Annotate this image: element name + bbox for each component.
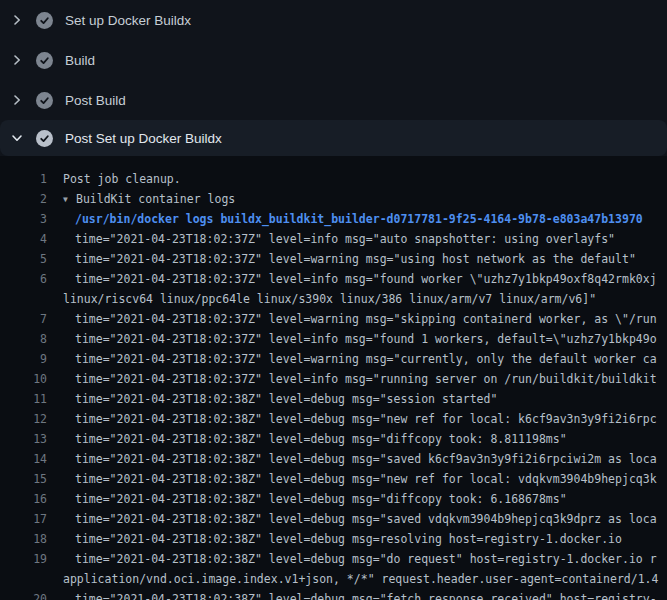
line-number[interactable]: 11 [0,389,47,409]
log-line[interactable]: 6 time="2021-04-23T18:02:37Z" level=info… [0,269,667,289]
log-line[interactable]: 16 time="2021-04-23T18:02:38Z" level=deb… [0,489,667,509]
step-label: Post Build [65,93,126,108]
log-text: time="2021-04-23T18:02:38Z" level=debug … [75,592,657,600]
log-line[interactable]: 7 time="2021-04-23T18:02:37Z" level=warn… [0,309,667,329]
line-number[interactable]: 8 [0,329,47,349]
line-number[interactable]: 18 [0,529,47,549]
log-panel[interactable]: 1 Post job cleanup. 2 ▼BuildKit containe… [0,156,667,600]
log-line[interactable]: 9 time="2021-04-23T18:02:37Z" level=warn… [0,349,667,369]
line-number[interactable]: 15 [0,469,47,489]
log-text: time="2021-04-23T18:02:37Z" level=info m… [75,272,657,286]
log-line[interactable]: 17 time="2021-04-23T18:02:38Z" level=deb… [0,509,667,529]
log-line[interactable]: 5 time="2021-04-23T18:02:37Z" level=warn… [0,249,667,269]
log-line[interactable]: 13 time="2021-04-23T18:02:38Z" level=deb… [0,429,667,449]
line-number[interactable]: 14 [0,449,47,469]
line-number[interactable] [0,569,47,589]
line-number[interactable]: 20 [0,589,47,600]
check-circle-icon [36,12,53,29]
log-text: time="2021-04-23T18:02:38Z" level=debug … [75,472,657,486]
line-number[interactable]: 4 [0,229,47,249]
log-text: time="2021-04-23T18:02:38Z" level=debug … [75,512,657,526]
step-header-build[interactable]: Build [0,40,667,80]
log-text: time="2021-04-23T18:02:37Z" level=warnin… [75,252,636,266]
chevron-right-icon[interactable] [9,92,25,108]
log-line[interactable]: application/vnd.oci.image.index.v1+json,… [0,569,667,589]
chevron-right-icon[interactable] [9,52,25,68]
log-line[interactable]: 18 time="2021-04-23T18:02:38Z" level=deb… [0,529,667,549]
log-text: time="2021-04-23T18:02:37Z" level=warnin… [75,312,657,326]
line-number[interactable]: 13 [0,429,47,449]
log-line[interactable]: 1 Post job cleanup. [0,169,667,189]
log-text: Post job cleanup. [63,172,181,186]
line-number[interactable] [0,289,47,309]
log-line[interactable]: 10 time="2021-04-23T18:02:37Z" level=inf… [0,369,667,389]
log-text: BuildKit container logs [76,192,235,206]
log-text: time="2021-04-23T18:02:38Z" level=debug … [75,532,622,546]
log-line[interactable]: 4 time="2021-04-23T18:02:37Z" level=info… [0,229,667,249]
step-header-set-up-docker-buildx[interactable]: Set up Docker Buildx [0,0,667,40]
actions-log-viewer: Set up Docker Buildx Build [0,0,667,600]
log-text: time="2021-04-23T18:02:38Z" level=debug … [75,552,657,566]
log-line[interactable]: 12 time="2021-04-23T18:02:38Z" level=deb… [0,409,667,429]
line-number[interactable]: 19 [0,549,47,569]
log-line[interactable]: linux/riscv64 linux/ppc64le linux/s390x … [0,289,667,309]
check-circle-icon [36,92,53,109]
log-text: linux/riscv64 linux/ppc64le linux/s390x … [63,292,596,306]
log-text: time="2021-04-23T18:02:38Z" level=debug … [75,392,497,406]
log-line[interactable]: 2 ▼BuildKit container logs [0,189,667,209]
log-line[interactable]: 8 time="2021-04-23T18:02:37Z" level=info… [0,329,667,349]
line-number[interactable]: 5 [0,249,47,269]
step-label: Build [65,53,95,68]
log-text: time="2021-04-23T18:02:38Z" level=debug … [75,412,657,426]
log-text: time="2021-04-23T18:02:37Z" level=info m… [75,332,657,346]
line-number[interactable]: 16 [0,489,47,509]
log-text: time="2021-04-23T18:02:38Z" level=debug … [75,432,567,446]
line-number[interactable]: 10 [0,369,47,389]
log-line[interactable]: 3 /usr/bin/docker logs buildx_buildkit_b… [0,209,667,229]
line-number[interactable]: 12 [0,409,47,429]
log-text: time="2021-04-23T18:02:38Z" level=debug … [75,492,567,506]
log-text: time="2021-04-23T18:02:37Z" level=warnin… [75,352,657,366]
log-line[interactable]: 11 time="2021-04-23T18:02:38Z" level=deb… [0,389,667,409]
line-number[interactable]: 6 [0,269,47,289]
check-circle-icon [36,130,53,147]
step-header-post-set-up-docker-buildx[interactable]: Post Set up Docker Buildx [0,120,667,156]
log-text: /usr/bin/docker logs buildx_buildkit_bui… [75,212,643,226]
steps-list: Set up Docker Buildx Build [0,0,667,156]
step-label: Set up Docker Buildx [65,13,191,28]
check-circle-icon [36,52,53,69]
line-number[interactable]: 17 [0,509,47,529]
log-line[interactable]: 20 time="2021-04-23T18:02:38Z" level=deb… [0,589,667,600]
line-number[interactable]: 7 [0,309,47,329]
log-text: time="2021-04-23T18:02:37Z" level=info m… [75,372,657,386]
step-label: Post Set up Docker Buildx [65,131,222,146]
line-number[interactable]: 9 [0,349,47,369]
line-number[interactable]: 2 [0,189,47,209]
log-group-caret-icon[interactable]: ▼ [63,190,76,209]
log-text: time="2021-04-23T18:02:37Z" level=info m… [75,232,615,246]
line-number[interactable]: 3 [0,209,47,229]
step-header-post-build[interactable]: Post Build [0,80,667,120]
log-line[interactable]: 15 time="2021-04-23T18:02:38Z" level=deb… [0,469,667,489]
log-text: application/vnd.oci.image.index.v1+json,… [63,572,658,586]
log-line[interactable]: 14 time="2021-04-23T18:02:38Z" level=deb… [0,449,667,469]
log-line[interactable]: 19 time="2021-04-23T18:02:38Z" level=deb… [0,549,667,569]
chevron-right-icon[interactable] [9,12,25,28]
line-number[interactable]: 1 [0,169,47,189]
log-text: time="2021-04-23T18:02:38Z" level=debug … [75,452,657,466]
chevron-down-icon[interactable] [9,130,25,146]
